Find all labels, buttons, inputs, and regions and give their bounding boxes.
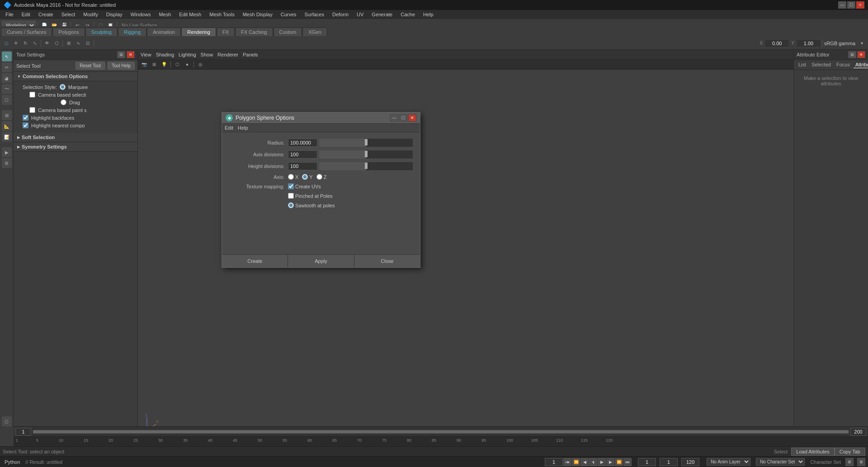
workspace-tab-6[interactable]: FX bbox=[217, 28, 235, 36]
range-end-input[interactable] bbox=[850, 428, 866, 436]
sphere-dialog-minimize-btn[interactable]: — bbox=[390, 114, 398, 121]
select-tool-icon[interactable]: ◻ bbox=[2, 39, 11, 48]
vp-lights-icon[interactable]: 💡 bbox=[160, 60, 169, 69]
viewport-menu-renderer[interactable]: Renderer bbox=[217, 52, 238, 57]
sawtooth-radio[interactable] bbox=[288, 202, 294, 208]
axis-y-radio[interactable] bbox=[302, 174, 308, 180]
symmetry-settings-header[interactable]: ▶ Symmetry Settings bbox=[14, 142, 137, 152]
hair-icon[interactable]: 〜 bbox=[2, 84, 12, 94]
create-uvs-checkbox[interactable] bbox=[288, 183, 294, 189]
snap-curve-icon[interactable]: ∿ bbox=[74, 39, 83, 48]
sphere-dialog-menu-edit[interactable]: Edit bbox=[225, 125, 233, 131]
next-key-btn[interactable]: ⏩ bbox=[615, 458, 623, 466]
measure-icon[interactable]: 📐 bbox=[2, 121, 12, 131]
frame-end-input[interactable] bbox=[681, 458, 699, 466]
attr-float-btn[interactable]: ⧉ bbox=[848, 51, 856, 58]
drag-radio[interactable] bbox=[61, 99, 66, 105]
vp-camera-icon[interactable]: 📷 bbox=[140, 60, 149, 69]
bottom-left-icon[interactable]: ⬡ bbox=[2, 416, 12, 426]
frame-step-input[interactable] bbox=[660, 458, 678, 466]
paint-icon[interactable]: ✏ bbox=[2, 62, 12, 72]
axis-x-radio[interactable] bbox=[288, 174, 294, 180]
axis-z-radio[interactable] bbox=[316, 174, 322, 180]
menu-item-create[interactable]: Create bbox=[35, 11, 57, 18]
minimize-button[interactable]: — bbox=[838, 1, 846, 9]
go-start-btn[interactable]: ⏮ bbox=[563, 458, 571, 466]
tool-help-button[interactable]: Tool Help bbox=[108, 62, 135, 70]
height-div-slider[interactable] bbox=[319, 162, 413, 170]
common-selection-header[interactable]: ▼ Common Selection Options bbox=[14, 72, 137, 81]
vp-grid-icon[interactable]: ⊞ bbox=[150, 60, 159, 69]
snap-point-icon[interactable]: ⊡ bbox=[83, 39, 92, 48]
workspace-tab-8[interactable]: Custom bbox=[274, 28, 302, 36]
sphere-dialog-close-btn[interactable]: ✕ bbox=[408, 114, 416, 121]
marquee-radio[interactable] bbox=[60, 84, 66, 90]
play-back-btn[interactable]: ⏴ bbox=[589, 458, 597, 466]
pinched-checkbox[interactable] bbox=[288, 193, 294, 199]
apply-button[interactable]: Apply bbox=[288, 255, 354, 267]
scale-tool-icon[interactable]: ⤡ bbox=[30, 39, 39, 48]
copy-tab-button[interactable]: Copy Tab bbox=[835, 448, 865, 456]
menu-item-edit[interactable]: Edit bbox=[18, 11, 34, 18]
menu-item-curves[interactable]: Curves bbox=[277, 11, 300, 18]
character-set-select[interactable]: No Character Set bbox=[756, 458, 805, 466]
load-attributes-button[interactable]: Load Attributes bbox=[791, 448, 834, 456]
attr-tab-attributes[interactable]: Attributes bbox=[854, 61, 868, 68]
radius-slider[interactable] bbox=[319, 139, 413, 147]
workspace-tab-5[interactable]: Rendering bbox=[181, 28, 216, 36]
select-mode-icon[interactable]: ↖ bbox=[2, 51, 12, 61]
menu-item-generate[interactable]: Generate bbox=[368, 11, 396, 18]
character-set-settings-btn[interactable]: ⚙ bbox=[845, 458, 854, 466]
prev-key-btn[interactable]: ⏪ bbox=[572, 458, 580, 466]
viewport-menu-shading[interactable]: Shading bbox=[156, 52, 174, 57]
viewport-menu-view[interactable]: View bbox=[141, 52, 151, 57]
app-close-button[interactable]: ✕ bbox=[856, 1, 864, 9]
menu-item-mesh-tools[interactable]: Mesh Tools bbox=[206, 11, 238, 18]
attr-close-btn[interactable]: ✕ bbox=[857, 51, 865, 58]
gamma-dropdown-icon[interactable]: ▾ bbox=[857, 39, 866, 48]
create-button[interactable]: Create bbox=[222, 255, 288, 267]
menu-item-deform[interactable]: Deform bbox=[329, 11, 352, 18]
camera-based-checkbox[interactable] bbox=[29, 92, 35, 98]
cloth-icon[interactable]: ⬡ bbox=[2, 95, 12, 105]
workspace-tab-1[interactable]: Polygons bbox=[52, 28, 85, 36]
prev-frame-btn[interactable]: ◀ bbox=[580, 458, 589, 466]
menu-item-display[interactable]: Display bbox=[103, 11, 126, 18]
current-frame-input[interactable] bbox=[545, 458, 563, 466]
play-fwd-btn[interactable]: ▶ bbox=[598, 458, 606, 466]
timeline[interactable]: 1 5 10 15 20 25 30 35 40 45 50 55 60 65 … bbox=[14, 436, 868, 446]
vp-isolate-icon[interactable]: ◎ bbox=[196, 60, 205, 69]
settings-icon[interactable]: ⚙ bbox=[2, 158, 12, 168]
rotate-tool-icon[interactable]: ↻ bbox=[21, 39, 30, 48]
workspace-tab-7[interactable]: FX Caching bbox=[235, 28, 273, 36]
workspace-tab-3[interactable]: Rigging bbox=[118, 28, 146, 36]
snap-grid-icon[interactable]: ⊞ bbox=[64, 39, 73, 48]
menu-item-mesh-display[interactable]: Mesh Display bbox=[239, 11, 276, 18]
vp-smooth-icon[interactable]: ● bbox=[183, 60, 192, 69]
menu-item-cache[interactable]: Cache bbox=[397, 11, 419, 18]
annotation-icon[interactable]: 📝 bbox=[2, 132, 12, 142]
frame-start-input[interactable] bbox=[638, 458, 656, 466]
workspace-tab-4[interactable]: Animation bbox=[147, 28, 181, 36]
tool-settings-close-btn[interactable]: ✕ bbox=[127, 51, 135, 58]
range-start-input[interactable] bbox=[15, 428, 31, 436]
sphere-dialog-restore-btn[interactable]: ☐ bbox=[399, 114, 407, 121]
render-icon[interactable]: ▶ bbox=[2, 147, 12, 157]
menu-item-windows[interactable]: Windows bbox=[127, 11, 155, 18]
move-tool-icon[interactable]: ✛ bbox=[11, 39, 20, 48]
grid-snap-icon[interactable]: ⊞ bbox=[2, 110, 12, 120]
maximize-button[interactable]: ☐ bbox=[847, 1, 855, 9]
height-div-input[interactable] bbox=[288, 162, 317, 170]
menu-item-edit-mesh[interactable]: Edit Mesh bbox=[175, 11, 205, 18]
menu-item-modify[interactable]: Modify bbox=[80, 11, 101, 18]
sculpt-icon[interactable]: ◕ bbox=[2, 73, 12, 83]
workspace-tab-0[interactable]: Curves / Surfaces bbox=[1, 28, 52, 36]
show-hide-icon[interactable]: 👁 bbox=[42, 39, 52, 48]
bottom-settings-btn[interactable]: ⚙ bbox=[857, 458, 865, 466]
attr-tab-focus[interactable]: Focus bbox=[835, 61, 852, 68]
workspace-tab-9[interactable]: XGen bbox=[302, 28, 327, 36]
soft-selection-header[interactable]: ▶ Soft Selection bbox=[14, 133, 137, 142]
component-icon[interactable]: ⬡ bbox=[52, 39, 61, 48]
anim-layer-select[interactable]: No Anim Layer bbox=[707, 458, 750, 466]
vp-wireframe-icon[interactable]: ⬡ bbox=[173, 60, 182, 69]
